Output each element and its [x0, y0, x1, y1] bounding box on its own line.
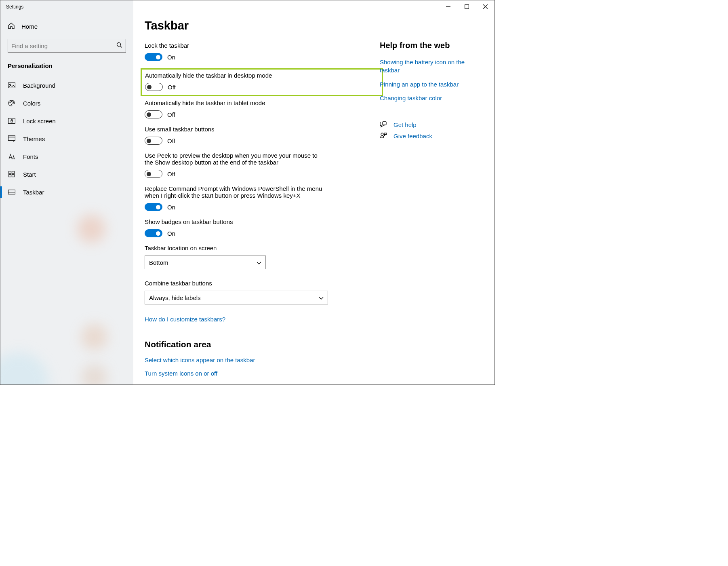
chevron-down-icon — [319, 294, 324, 301]
page-title: Taskbar — [145, 19, 383, 32]
start-icon — [8, 171, 16, 178]
chevron-down-icon — [257, 259, 261, 266]
sidebar-item-fonts[interactable]: Fonts — [0, 148, 133, 165]
home-icon — [8, 22, 15, 31]
sidebar-item-label: Taskbar — [23, 189, 44, 196]
setting-small-buttons: Use small taskbar buttons Off — [145, 126, 383, 146]
setting-autohide-desktop: Automatically hide the taskbar in deskto… — [141, 68, 383, 96]
svg-line-5 — [120, 46, 122, 48]
toggle-small-buttons[interactable] — [145, 137, 162, 145]
search-box[interactable] — [8, 39, 126, 53]
minimize-button[interactable] — [439, 0, 457, 13]
image-icon — [8, 82, 16, 89]
svg-rect-12 — [11, 120, 13, 122]
toggle-state: On — [167, 54, 175, 61]
dropdown-combine-buttons[interactable]: Always, hide labels — [145, 291, 328, 304]
setting-label: Use small taskbar buttons — [145, 126, 322, 133]
svg-rect-6 — [8, 83, 15, 88]
close-button[interactable] — [476, 0, 494, 13]
sidebar-item-label: Lock screen — [23, 118, 56, 125]
lockscreen-icon — [8, 117, 16, 125]
link-select-icons[interactable]: Select which icons appear on the taskbar — [145, 357, 383, 363]
svg-rect-18 — [8, 190, 15, 194]
window-controls — [439, 0, 494, 13]
link-system-icons[interactable]: Turn system icons on or off — [145, 370, 383, 377]
setting-combine: Combine taskbar buttons Always, hide lab… — [145, 280, 383, 306]
svg-rect-13 — [8, 136, 15, 141]
setting-label: Automatically hide the taskbar in tablet… — [145, 99, 322, 106]
home-label: Home — [21, 23, 38, 30]
setting-powershell: Replace Command Prompt with Windows Powe… — [145, 185, 383, 213]
sidebar-item-lockscreen[interactable]: Lock screen — [0, 112, 133, 130]
help-panel: Help from the web Showing the battery ic… — [380, 41, 473, 139]
window-title: Settings — [0, 0, 23, 13]
toggle-badges[interactable] — [145, 229, 162, 237]
toggle-state: Off — [167, 137, 175, 144]
toggle-state: Off — [168, 84, 176, 91]
svg-point-7 — [10, 84, 11, 85]
help-heading: Help from the web — [380, 41, 473, 50]
toggle-state: Off — [167, 111, 175, 118]
svg-point-10 — [13, 102, 14, 103]
sidebar-section-label: Personalization — [0, 59, 133, 76]
sidebar-item-label: Fonts — [23, 153, 38, 160]
help-icon — [380, 121, 387, 128]
dropdown-value: Bottom — [149, 259, 168, 266]
setting-label: Taskbar location on screen — [145, 245, 322, 251]
search-icon — [116, 42, 122, 49]
dropdown-taskbar-location[interactable]: Bottom — [145, 256, 266, 269]
themes-icon — [8, 135, 16, 142]
feedback-icon — [380, 132, 387, 139]
content-pane: Taskbar Lock the taskbar On Automaticall… — [133, 0, 494, 384]
svg-rect-1 — [465, 4, 469, 8]
setting-label: Lock the taskbar — [145, 42, 322, 49]
setting-label: Use Peek to preview the desktop when you… — [145, 152, 322, 166]
toggle-peek[interactable] — [145, 170, 162, 178]
maximize-button[interactable] — [457, 0, 476, 13]
setting-label: Combine taskbar buttons — [145, 280, 322, 287]
svg-point-9 — [11, 101, 12, 102]
svg-point-4 — [117, 43, 121, 46]
help-link-color[interactable]: Changing taskbar color — [380, 94, 473, 102]
toggle-state: Off — [167, 171, 175, 177]
sidebar: Home Personalization Background Colors L… — [0, 0, 133, 384]
toggle-state: On — [167, 204, 175, 211]
svg-rect-15 — [12, 171, 15, 174]
svg-point-8 — [10, 102, 11, 103]
section-heading-notification: Notification area — [145, 340, 383, 349]
setting-label: Automatically hide the taskbar in deskto… — [145, 72, 323, 79]
setting-autohide-tablet: Automatically hide the taskbar in tablet… — [145, 99, 383, 120]
sidebar-item-taskbar[interactable]: Taskbar — [0, 183, 133, 201]
toggle-lock-taskbar[interactable] — [145, 53, 162, 61]
palette-icon — [8, 99, 16, 107]
setting-lock-taskbar: Lock the taskbar On — [145, 42, 383, 63]
dropdown-value: Always, hide labels — [149, 294, 201, 301]
sidebar-item-themes[interactable]: Themes — [0, 130, 133, 148]
toggle-powershell[interactable] — [145, 203, 162, 211]
setting-peek: Use Peek to preview the desktop when you… — [145, 152, 383, 180]
sidebar-item-colors[interactable]: Colors — [0, 94, 133, 112]
sidebar-item-label: Themes — [23, 135, 45, 142]
help-link-pinning[interactable]: Pinning an app to the taskbar — [380, 80, 473, 89]
toggle-autohide-tablet[interactable] — [145, 110, 162, 118]
svg-rect-17 — [12, 175, 15, 177]
sidebar-item-background[interactable]: Background — [0, 76, 133, 94]
toggle-state: On — [167, 230, 175, 237]
svg-point-20 — [381, 133, 383, 135]
sidebar-item-start[interactable]: Start — [0, 165, 133, 183]
link-get-help[interactable]: Get help — [393, 121, 417, 128]
help-link-battery[interactable]: Showing the battery icon on the taskbar — [380, 58, 473, 75]
search-input[interactable] — [11, 42, 116, 49]
setting-label: Replace Command Prompt with Windows Powe… — [145, 185, 322, 199]
link-customize-taskbars[interactable]: How do I customize taskbars? — [145, 316, 383, 323]
svg-rect-16 — [9, 175, 11, 177]
link-give-feedback[interactable]: Give feedback — [393, 133, 432, 139]
setting-label: Show badges on taskbar buttons — [145, 218, 322, 225]
sidebar-item-label: Colors — [23, 100, 40, 107]
sidebar-item-home[interactable]: Home — [0, 18, 133, 35]
setting-badges: Show badges on taskbar buttons On — [145, 218, 383, 239]
sidebar-item-label: Start — [23, 171, 36, 178]
svg-rect-14 — [9, 171, 11, 174]
toggle-autohide-desktop[interactable] — [145, 83, 163, 91]
setting-location: Taskbar location on screen Bottom — [145, 245, 383, 271]
